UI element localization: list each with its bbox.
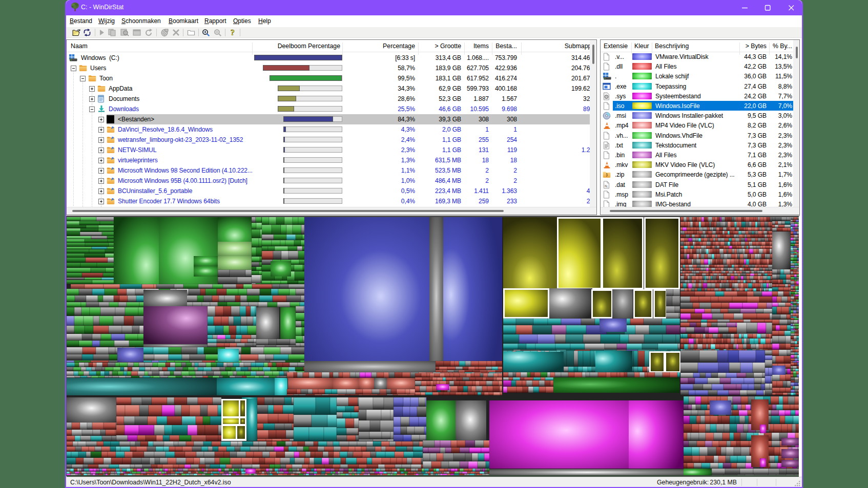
svg-text:N.: N.: [605, 184, 608, 188]
svg-text:?: ?: [231, 29, 235, 37]
